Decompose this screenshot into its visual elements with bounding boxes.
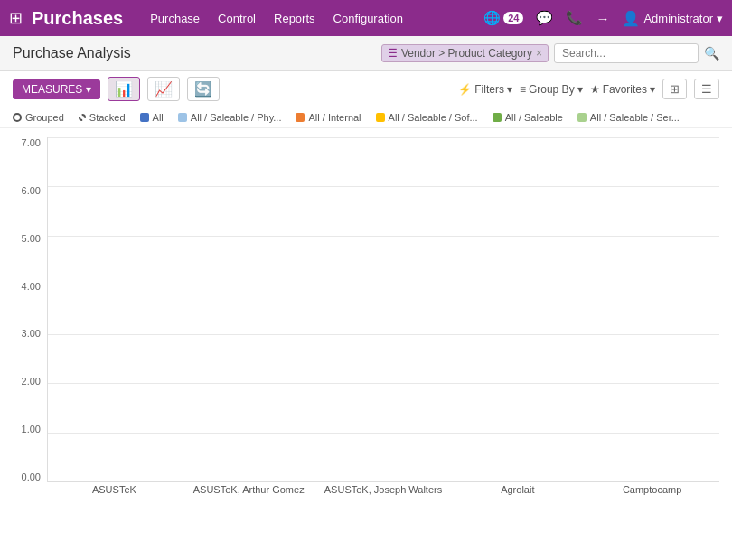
chart-container: 7.00 6.00 5.00 4.00 3.00 2.00 1.00 0.00 …: [0, 128, 732, 537]
internal-color: [296, 113, 305, 122]
user-name: Administrator: [643, 12, 713, 25]
y-axis: 7.00 6.00 5.00 4.00 3.00 2.00 1.00 0.00: [13, 137, 44, 482]
search-input[interactable]: [554, 43, 699, 63]
y-label-5: 5.00: [22, 233, 41, 244]
bar-0-1: [108, 481, 121, 481]
top-navigation: ⊞ Purchases Purchase Control Reports Con…: [0, 0, 732, 36]
bar-4-1: [639, 481, 652, 481]
user-menu[interactable]: 👤 Administrator ▾: [622, 10, 723, 27]
saleable-phy-color: [178, 113, 187, 122]
bars-area: [48, 137, 719, 481]
bar-group-4: [585, 481, 719, 481]
bar-0-2: [123, 481, 136, 481]
legend-saleable: All / Saleable: [493, 112, 563, 123]
sub-header: Purchase Analysis ☰ Vendor > Product Cat…: [0, 36, 732, 71]
bar-2-3: [384, 481, 397, 481]
toolbar-left: MEASURES ▾ 📊 📈 🔄: [13, 77, 220, 101]
bar-1-1: [243, 481, 256, 481]
all-color: [140, 113, 149, 122]
chart-legend: Grouped Stacked All All / Saleable / Phy…: [0, 107, 732, 128]
x-label-0: ASUSTeK: [47, 484, 182, 509]
y-label-0: 0.00: [22, 471, 41, 482]
legend-stacked: Stacked: [79, 112, 126, 123]
favorites-button[interactable]: ★Favorites▾: [590, 83, 655, 96]
app-title: Purchases: [32, 8, 123, 29]
measures-button[interactable]: MEASURES ▾: [13, 79, 100, 99]
chart-plot: [47, 137, 719, 482]
legend-grouped: Grouped: [13, 112, 64, 123]
legend-saleable-phy: All / Saleable / Phy...: [178, 112, 282, 123]
measures-dropdown-icon: ▾: [86, 83, 91, 96]
legend-internal: All / Internal: [296, 112, 361, 123]
saleable-phy-label: All / Saleable / Phy...: [191, 112, 282, 123]
x-label-3: Agrolait: [450, 484, 585, 509]
stacked-dot: [79, 114, 86, 121]
nav-reports[interactable]: Reports: [274, 8, 315, 29]
saleable-ser-color: [577, 113, 587, 122]
bar-3-1: [519, 481, 531, 481]
filter-tag-label: Vendor > Product Category: [401, 47, 532, 60]
filter-tag: ☰ Vendor > Product Category ×: [381, 44, 549, 62]
bar-group-1: [183, 481, 317, 481]
bar-4-3: [668, 481, 680, 481]
bar-chart-button[interactable]: 📊: [108, 77, 140, 101]
grouped-label: Grouped: [25, 112, 64, 123]
grouped-dot: [13, 113, 22, 122]
y-label-3: 3.00: [22, 328, 41, 339]
bar-2-2: [370, 481, 382, 481]
y-label-1: 1.00: [22, 424, 41, 434]
stacked-label: Stacked: [89, 112, 126, 123]
page-title: Purchase Analysis: [13, 45, 131, 61]
filters-button[interactable]: ⚡Filters▾: [458, 83, 512, 96]
bar-group-0: [48, 481, 183, 481]
x-label-4: Camptocamp: [585, 484, 719, 509]
y-label-7: 7.00: [22, 137, 41, 148]
nav-right: 🌐 24 💬 📞 → 👤 Administrator ▾: [483, 10, 723, 27]
list-view-button[interactable]: ☰: [694, 79, 719, 99]
globe-icon[interactable]: 🌐: [483, 10, 501, 26]
nav-control[interactable]: Control: [218, 8, 256, 29]
user-icon: 👤: [622, 10, 640, 27]
search-button[interactable]: 🔍: [704, 46, 719, 61]
phone-icon[interactable]: 📞: [566, 10, 583, 26]
login-icon[interactable]: →: [596, 11, 609, 26]
bar-2-1: [355, 481, 368, 481]
nav-menu: Purchase Control Reports Configuration: [150, 8, 483, 29]
grid-icon[interactable]: ⊞: [9, 8, 23, 28]
line-chart-button[interactable]: 📈: [147, 77, 180, 101]
notification-badge: 24: [503, 12, 523, 24]
bar-2-4: [399, 481, 411, 481]
nav-configuration[interactable]: Configuration: [333, 8, 403, 29]
internal-label: All / Internal: [308, 112, 361, 123]
saleable-color: [493, 113, 502, 122]
x-axis: ASUSTeK ASUSTeK, Arthur Gomez ASUSTeK, J…: [47, 484, 719, 509]
bar-4-0: [624, 481, 637, 481]
bar-4-2: [653, 481, 666, 481]
filter-tag-close[interactable]: ×: [536, 47, 542, 60]
search-area: ☰ Vendor > Product Category × 🔍: [381, 43, 719, 63]
chat-icon[interactable]: 💬: [536, 10, 553, 26]
pie-chart-button[interactable]: 🔄: [187, 77, 220, 101]
bar-3-0: [504, 481, 517, 481]
all-label: All: [153, 112, 164, 123]
bar-group-3: [451, 481, 586, 481]
toolbar-right: ⚡Filters▾ ≡Group By▾ ★Favorites▾ ⊞ ☰: [458, 79, 719, 99]
nav-purchase[interactable]: Purchase: [150, 8, 200, 29]
legend-saleable-sof: All / Saleable / Sof...: [376, 112, 478, 123]
saleable-sof-color: [376, 113, 385, 122]
grid-view-button[interactable]: ⊞: [662, 79, 687, 99]
x-label-1: ASUSTeK, Arthur Gomez: [182, 484, 316, 509]
bar-0-0: [94, 481, 107, 481]
y-label-2: 2.00: [22, 376, 41, 387]
bar-2-0: [341, 481, 353, 481]
legend-all: All: [140, 112, 164, 123]
y-label-6: 6.00: [22, 185, 41, 196]
y-label-4: 4.00: [22, 281, 41, 292]
group-by-button[interactable]: ≡Group By▾: [520, 83, 583, 96]
x-label-2: ASUSTeK, Joseph Walters: [316, 484, 451, 509]
bar-1-2: [258, 481, 270, 481]
bar-1-0: [229, 481, 241, 481]
bar-group-2: [316, 481, 451, 481]
legend-saleable-ser: All / Saleable / Ser...: [577, 112, 680, 123]
bar-2-5: [413, 481, 426, 481]
